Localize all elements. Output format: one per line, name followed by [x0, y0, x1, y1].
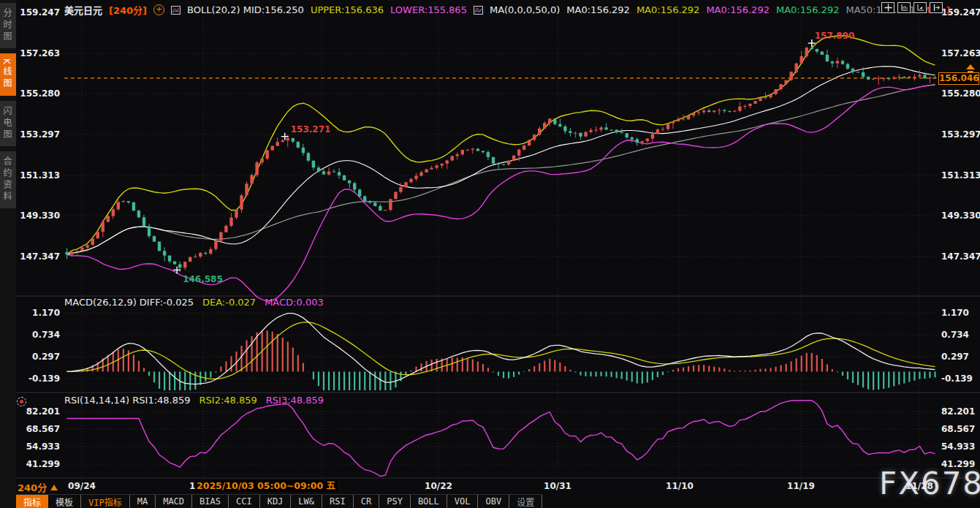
- macd-panel: [67, 314, 935, 390]
- boll-mid-label: BOLL(20,2) MID:156.250: [187, 4, 304, 15]
- boll-upper-label: UPPER:156.636: [311, 4, 384, 15]
- macd-axis-label-left: 0.734: [13, 330, 60, 340]
- sidebar: 分时图K线图闪电图合约资料: [0, 0, 16, 508]
- boll-upper-line: [67, 36, 935, 254]
- macd-axis-label-left: 0.297: [13, 352, 60, 362]
- ma0-value-magenta: MA0:156.292: [706, 4, 770, 15]
- signal-dot-icon: [17, 397, 26, 406]
- low-price-label: 146.585: [183, 274, 223, 284]
- toolbar-tab-14-VOL[interactable]: VOL: [447, 495, 479, 508]
- rsi-axis-label-right: 82.201: [941, 406, 979, 417]
- symbol-name: 美元日元: [64, 3, 102, 17]
- toolbar-tab-15-OBV[interactable]: OBV: [478, 495, 509, 508]
- boll-indicator-icon: [171, 6, 181, 15]
- ma-params-label: MA(0,0,0,50,0): [490, 4, 560, 15]
- pop-out-icon[interactable]: [930, 2, 943, 13]
- boll-lower-line: [67, 85, 935, 300]
- ma50-line: [67, 84, 935, 254]
- price-axis-label-left: 151.313: [13, 170, 60, 181]
- toolbar-tab-6-BIAS[interactable]: BIAS: [192, 495, 229, 508]
- latest-price-marker-icon[interactable]: [965, 63, 976, 77]
- period-dropdown-arrow-icon: [50, 485, 58, 490]
- macd-value-label: MACD:0.003: [265, 297, 324, 308]
- toolbar-tab-4-MA[interactable]: MA: [130, 495, 156, 508]
- fx678-watermark: FX678: [879, 466, 980, 501]
- ma0-value-yellow: MA0:156.292: [637, 4, 700, 15]
- circle-plus-icon[interactable]: +: [153, 4, 164, 15]
- toolbar-tab-9-LW&[interactable]: LW&: [291, 495, 322, 508]
- trading-app: 分时图K线图闪电图合约资料 美元日元 [240分] + BOLL(20,2) M…: [0, 0, 980, 508]
- price-axis-label-right: 147.347: [941, 251, 979, 262]
- rsi-axis-label-left: 41.299: [13, 459, 60, 469]
- sidebar-tab-2[interactable]: K线图: [0, 53, 16, 96]
- macd-axis-label-right: 0.297: [941, 352, 979, 362]
- date-label: 11/10: [666, 481, 694, 491]
- macd-axis-label-right: 1.170: [941, 308, 979, 318]
- price-scale-icon[interactable]: [897, 2, 911, 13]
- rsi-panel: [67, 401, 935, 477]
- rsi-axis-label-right: 68.567: [941, 424, 979, 434]
- date-label: 10/22: [425, 481, 452, 491]
- macd-diff-line: [67, 314, 935, 384]
- price-axis-label-left: 147.347: [13, 251, 60, 262]
- rsi-header: RSI(14,14,14) RSI1:48.859 RSI2:48.859 RS…: [64, 395, 324, 406]
- price-axis-label-right: 155.280: [941, 88, 979, 99]
- rsi3-label: RSI3:48.859: [266, 395, 324, 406]
- chart-canvas[interactable]: [0, 0, 980, 479]
- sidebar-tab-3[interactable]: 闪电图: [0, 101, 16, 146]
- rsi-axis-label-left: 68.567: [13, 424, 60, 434]
- date-label: 09/24: [68, 481, 96, 491]
- ma-indicator-icon: [474, 6, 483, 15]
- date-label: 11/19: [787, 481, 815, 491]
- price-axis-label-left: 155.280: [13, 88, 60, 99]
- crosshair-move-icon[interactable]: [881, 2, 894, 13]
- macd-diff-label: MACD(26,12,9) DIFF:-0.025: [64, 297, 194, 308]
- window-buttons: [881, 2, 943, 13]
- toolbar-tab-16-设置[interactable]: 设置: [509, 495, 542, 508]
- indicator-toolbar: 指标模板VIP指标MAMACDBIASCCIKDJLW&RSICRPSYBOLL…: [16, 494, 542, 508]
- rsi2-label: RSI2:48.859: [200, 395, 257, 406]
- price-axis-label-left: 153.297: [13, 129, 60, 140]
- rsi1-label: RSI(14,14,14) RSI1:48.859: [64, 395, 191, 406]
- time-scale-icon[interactable]: [913, 2, 927, 13]
- swing-cross-markers: [173, 39, 816, 273]
- macd-dea-line: [67, 322, 935, 379]
- toolbar-tab-12-PSY[interactable]: PSY: [379, 495, 411, 508]
- toolbar-tab-10-RSI[interactable]: RSI: [322, 495, 354, 508]
- macd-header: MACD(26,12,9) DIFF:-0.025 DEA:-0.027 MAC…: [64, 297, 324, 308]
- rsi-axis-label-right: 54.933: [941, 441, 979, 452]
- toolbar-tab-7-CCI[interactable]: CCI: [229, 495, 260, 508]
- sidebar-tab-1[interactable]: 分时图: [0, 3, 16, 48]
- toolbar-tab-13-BOLL[interactable]: BOLL: [411, 495, 447, 508]
- price-axis-label-left: 157.263: [13, 48, 60, 58]
- price-axis-label-left: 149.330: [13, 211, 60, 221]
- sidebar-tab-4[interactable]: 合约资料: [0, 151, 16, 208]
- toolbar-tab-2-模板[interactable]: 模板: [48, 495, 81, 508]
- crosshair-date-tooltip: 2025/10/03 05:00~09:00 五: [195, 480, 337, 492]
- toolbar-tab-8-KDJ[interactable]: KDJ: [260, 495, 292, 508]
- toolbar-tab-11-CR[interactable]: CR: [354, 495, 379, 508]
- period-selector-button[interactable]: 240分: [18, 480, 58, 494]
- macd-axis-label-right: -0.139: [941, 374, 979, 384]
- macd-dea-label: DEA:-0.027: [202, 297, 256, 308]
- chart-header: 美元日元 [240分] + BOLL(20,2) MID:156.250 UPP…: [64, 3, 951, 17]
- price-axis-label-left: 159.247: [13, 7, 60, 18]
- macd-axis-label-right: 0.734: [941, 330, 979, 340]
- rsi-axis-label-left: 82.201: [13, 406, 60, 417]
- price-axis-label-right: 157.263: [941, 48, 979, 58]
- price-axis-label-right: 151.313: [941, 170, 979, 181]
- rsi-line: [67, 401, 935, 477]
- rsi-axis-label-left: 54.933: [13, 441, 60, 452]
- boll-mid-line: [67, 67, 935, 254]
- toolbar-tab-3-VIP指标[interactable]: VIP指标: [81, 495, 130, 508]
- macd-axis-label-left: 1.170: [13, 308, 60, 318]
- period-label: [240分]: [109, 3, 147, 17]
- price-axis-label-right: 149.330: [941, 211, 979, 221]
- ma0-value-white: MA0:156.292: [566, 4, 630, 15]
- toolbar-tab-1-指标[interactable]: 指标: [16, 495, 48, 508]
- ma0-value-green: MA0:156.292: [776, 4, 840, 15]
- high-price-label: 157.890: [815, 31, 855, 41]
- toolbar-tab-5-MACD[interactable]: MACD: [156, 495, 192, 508]
- date-label: 10/31: [544, 481, 571, 491]
- price-axis-label-right: 153.297: [941, 129, 979, 140]
